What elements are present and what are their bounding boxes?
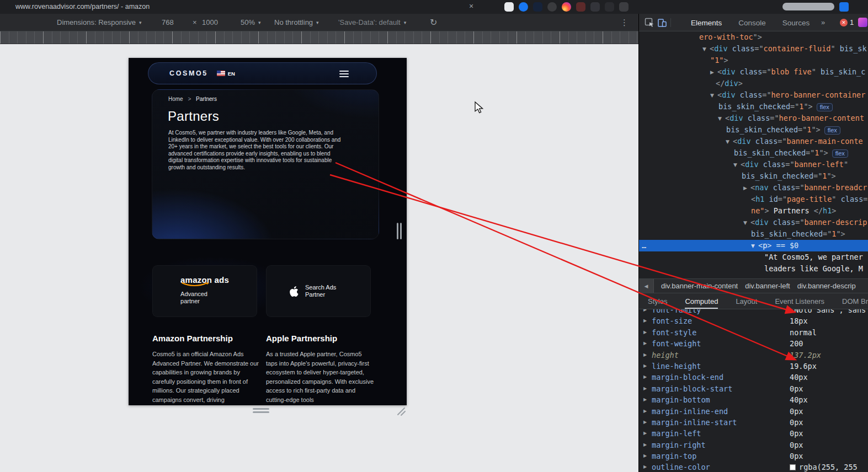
styles-tab-styles[interactable]: Styles (648, 293, 667, 309)
extension-icon-9[interactable] (619, 2, 629, 12)
viewport-resize-handle-right[interactable] (397, 223, 402, 239)
devtools-tab-elements[interactable]: Elements (691, 19, 722, 27)
browser-profile-pill[interactable] (782, 3, 834, 10)
hamburger-menu-icon[interactable] (339, 71, 349, 77)
expand-arrow-icon[interactable]: ▶ (643, 361, 647, 372)
extension-icon-1[interactable] (504, 2, 514, 12)
dom-tree-line[interactable]: bis_skin_checked="1">flex (639, 101, 868, 112)
device-toolbar-toggle-icon[interactable] (657, 18, 667, 28)
dom-tree-line[interactable]: ▼<div class="banner-left" (639, 159, 868, 170)
dom-tree-line[interactable]: ▼<div class="banner-descrip (639, 217, 868, 228)
computed-property-row[interactable]: ▶margin-block-start0px (639, 383, 868, 394)
extension-icon-7[interactable] (590, 2, 600, 12)
computed-property-row[interactable]: ▶margin-block-end40px (639, 372, 868, 383)
expand-arrow-icon[interactable]: ▶ (643, 309, 647, 315)
tab-close-icon[interactable]: × (469, 2, 473, 10)
styles-tab-computed[interactable]: Computed (685, 293, 718, 309)
expand-arrow-icon[interactable]: ▶ (643, 350, 647, 361)
styles-tab-dom-breakpoints[interactable]: DOM Breakpoints (842, 293, 868, 309)
devtools-tab-console[interactable]: Console (738, 19, 766, 27)
expand-arrow-icon[interactable]: ▶ (643, 428, 647, 439)
inspect-element-icon[interactable] (645, 18, 654, 28)
dom-breadcrumb-item[interactable]: div.banner-descrip (797, 282, 856, 290)
flex-badge[interactable]: flex (832, 149, 848, 158)
computed-property-row[interactable]: ▶line-height19.6px (639, 361, 868, 372)
toolbar-more-options-icon[interactable]: ⋮ (620, 14, 629, 31)
dom-tree-line[interactable]: bis_skin_checked="1"> (639, 170, 868, 182)
computed-property-row[interactable]: ▶margin-right0px (639, 439, 868, 450)
computed-property-row[interactable]: ▶font-weight200 (639, 338, 868, 349)
computed-property-row[interactable]: ▶font-size18px (639, 315, 868, 326)
site-logo[interactable]: COSMO5 (169, 69, 208, 77)
more-tabs-icon[interactable]: » (821, 14, 825, 31)
devtools-tab-sources[interactable]: Sources (782, 19, 810, 27)
error-count[interactable]: 1 (850, 14, 854, 31)
viewport-resize-handle-bottom[interactable] (253, 408, 269, 413)
computed-property-row[interactable]: ▶height137.2px (639, 350, 868, 361)
dom-tree-line[interactable]: bis_skin_checked="1">flex (639, 124, 868, 136)
breadcrumb-home-link[interactable]: Home (168, 96, 183, 102)
expand-arrow-icon[interactable]: ▶ (643, 383, 647, 394)
computed-property-row[interactable]: ▶margin-inline-start0px (639, 417, 868, 428)
dom-tree-line[interactable]: <h1 id="page-title" class= (639, 194, 868, 205)
browser-blue-badge[interactable] (839, 2, 849, 12)
dom-tree-line[interactable]: ▼<div class="banner-main-conte (639, 136, 868, 147)
extension-icon-2[interactable] (519, 2, 528, 12)
dom-tree-line[interactable]: "1"> (639, 55, 868, 66)
expand-arrow-icon[interactable]: ▶ (643, 315, 647, 326)
dom-breadcrumb-item[interactable]: div.banner-main-content (661, 282, 738, 290)
dom-breadcrumb-item[interactable]: div.banner-left (745, 282, 790, 290)
viewport-width-input[interactable]: 768 (162, 14, 174, 31)
dom-tree-line[interactable]: "At Cosmo5, we partner (639, 251, 868, 263)
viewport-height-input[interactable]: 1000 (202, 14, 218, 31)
partner-card-amazon[interactable]: amazon ads Advanced partner (152, 265, 257, 317)
breadcrumb-back-icon[interactable]: ◀ (639, 279, 654, 293)
dimensions-select[interactable]: Dimensions: Responsive▾ (57, 14, 142, 31)
browser-tab-title[interactable]: www.rovenaadvisor.com/partners/ - amazon (15, 3, 150, 10)
styles-tab-layout[interactable]: Layout (736, 293, 757, 309)
dom-tree-line[interactable]: ▶<nav class="banner-breadcr (639, 182, 868, 194)
expand-arrow-icon[interactable]: ▶ (643, 439, 647, 450)
partner-card-apple[interactable]: Search Ads Partner (266, 265, 371, 317)
expand-arrow-icon[interactable]: ▶ (643, 462, 647, 472)
dom-tree-line[interactable]: ▼<div class="hero-banner-content (639, 112, 868, 124)
dom-tree-line[interactable]: ▼<div class="hero-banner-container (639, 89, 868, 101)
color-swatch[interactable] (790, 464, 796, 470)
zoom-select[interactable]: 50%▾ (241, 14, 261, 31)
extension-icon-4[interactable] (547, 2, 557, 12)
computed-property-row[interactable]: ▶margin-top0px (639, 450, 868, 462)
dom-tree-line[interactable]: </div> (639, 78, 868, 89)
computed-property-row[interactable]: ▶margin-bottom40px (639, 394, 868, 405)
devtools-extension-icon[interactable] (858, 18, 867, 27)
styles-tab-event-listeners[interactable]: Event Listeners (775, 293, 824, 309)
node-menu-ellipsis-icon[interactable]: … (642, 240, 646, 251)
error-badge-icon[interactable]: ✕ (840, 19, 848, 26)
dom-tree-line[interactable]: ▼<div class="container-fluid" bis_sk (639, 43, 868, 55)
expand-arrow-icon[interactable]: ▶ (643, 372, 647, 383)
dom-tree-line[interactable]: leaders like Google, M (639, 263, 868, 275)
save-data-select[interactable]: 'Save-Data': default▾ (338, 14, 406, 31)
rotate-viewport-icon[interactable]: ↻ (430, 14, 437, 31)
flex-badge[interactable]: flex (817, 103, 833, 111)
dom-tree-selected-node[interactable]: …▼<p> == $0 (639, 240, 868, 251)
dom-tree-line[interactable]: ero-with-toc"> (639, 31, 868, 43)
extension-icon-8[interactable] (605, 2, 614, 12)
expand-arrow-icon[interactable]: ▶ (643, 394, 647, 405)
extension-icon-6[interactable] (576, 2, 585, 12)
language-label[interactable]: EN (228, 71, 235, 77)
dom-tree-line[interactable]: bis_skin_checked="1"> (639, 228, 868, 240)
expand-arrow-icon[interactable]: ▶ (643, 450, 647, 462)
expand-arrow-icon[interactable]: ▶ (643, 327, 647, 338)
computed-property-row[interactable]: ▶font-family"Noto Sans", sans (639, 309, 868, 315)
computed-property-row[interactable]: ▶margin-left0px (639, 428, 868, 439)
computed-property-row[interactable]: ▶margin-inline-end0px (639, 406, 868, 417)
extension-icon-3[interactable] (533, 2, 542, 12)
dom-tree-line[interactable]: ne"> Partners </h1> (639, 205, 868, 217)
computed-property-row[interactable]: ▶outline-colorrgba(255, 255 (639, 462, 868, 472)
dom-tree-line[interactable]: ▶<div class="blob five" bis_skin_c (639, 66, 868, 78)
expand-arrow-icon[interactable]: ▶ (643, 338, 647, 349)
viewport-resize-handle-corner[interactable] (395, 405, 406, 416)
computed-property-row[interactable]: ▶font-stylenormal (639, 327, 868, 338)
expand-arrow-icon[interactable]: ▶ (643, 417, 647, 428)
dom-tree-line[interactable]: bis_skin_checked="1">flex (639, 147, 868, 159)
